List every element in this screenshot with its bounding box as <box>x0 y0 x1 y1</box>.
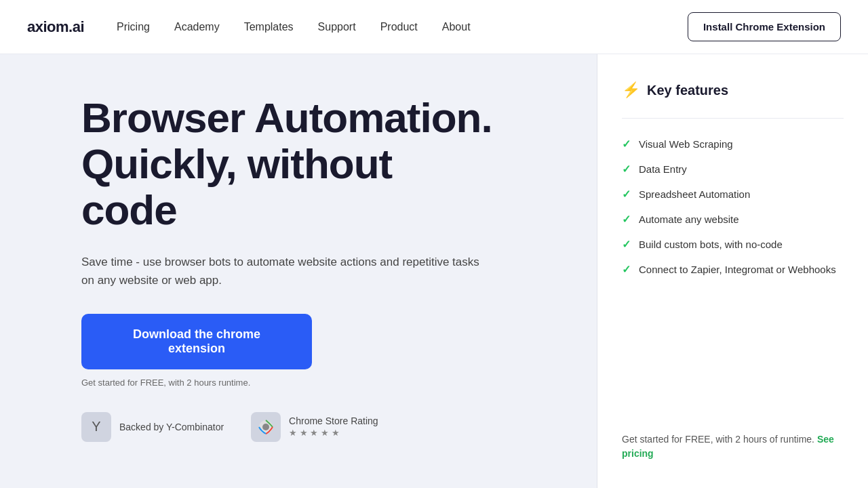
nav-pricing[interactable]: Pricing <box>117 21 150 33</box>
download-extension-button[interactable]: Download the chrome extension <box>81 314 312 369</box>
feature-text-3: Spreadsheet Automation <box>639 188 750 200</box>
feature-item-5: ✓ Build custom bots, with no-code <box>622 238 844 251</box>
feature-text-5: Build custom bots, with no-code <box>639 239 783 250</box>
nav-about[interactable]: About <box>442 21 471 33</box>
check-icon-6: ✓ <box>622 263 631 276</box>
lightning-icon: ⚡ <box>622 81 640 99</box>
ycombinator-badge: Y Backed by Y-Combinator <box>81 412 224 442</box>
hero-title: Browser Automation. Quickly, without cod… <box>81 95 556 234</box>
chrome-icon <box>251 412 281 442</box>
site-logo[interactable]: axiom.ai <box>27 18 84 36</box>
feature-item-2: ✓ Data Entry <box>622 163 844 176</box>
hero-title-line3: code <box>81 186 177 233</box>
feature-item-3: ✓ Spreadsheet Automation <box>622 188 844 201</box>
check-icon-5: ✓ <box>622 238 631 251</box>
nav-academy[interactable]: Academy <box>174 21 220 33</box>
hero-section: Browser Automation. Quickly, without cod… <box>0 54 597 488</box>
chrome-store-label: Chrome Store Rating <box>289 415 378 426</box>
cta-subtext: Get started for FREE, with 2 hours runti… <box>81 378 556 388</box>
feature-text-4: Automate any website <box>639 214 739 225</box>
features-footer: Get started for FREE, with 2 hours of ru… <box>622 432 844 461</box>
feature-item-4: ✓ Automate any website <box>622 213 844 226</box>
hero-subtitle: Save time - use browser bots to automate… <box>81 253 488 289</box>
nav-support[interactable]: Support <box>318 21 356 33</box>
ycombinator-icon: Y <box>81 412 111 442</box>
install-extension-button[interactable]: Install Chrome Extension <box>688 12 841 41</box>
navbar: axiom.ai Pricing Academy Templates Suppo… <box>0 0 868 54</box>
features-header: ⚡ Key features <box>622 81 844 99</box>
badges-section: Y Backed by Y-Combinator Chrome Store Ra… <box>81 412 556 442</box>
chrome-store-badge: Chrome Store Rating ★ ★ ★ ★ ★ <box>251 412 378 442</box>
check-icon-1: ✓ <box>622 138 631 150</box>
hero-title-line2: Quickly, without <box>81 140 392 187</box>
ycombinator-label: Backed by Y-Combinator <box>119 422 224 432</box>
nav-links: Pricing Academy Templates Support Produc… <box>117 21 688 33</box>
features-divider <box>622 118 844 119</box>
nav-product[interactable]: Product <box>380 21 418 33</box>
check-icon-2: ✓ <box>622 163 631 176</box>
feature-item-1: ✓ Visual Web Scraping <box>622 138 844 150</box>
svg-point-1 <box>262 424 269 430</box>
hero-title-line1: Browser Automation. <box>81 94 492 141</box>
feature-text-6: Connect to Zapier, Integromat or Webhook… <box>639 264 836 275</box>
feature-item-6: ✓ Connect to Zapier, Integromat or Webho… <box>622 263 844 276</box>
nav-templates[interactable]: Templates <box>244 21 294 33</box>
feature-text-2: Data Entry <box>639 163 687 175</box>
features-panel: ⚡ Key features ✓ Visual Web Scraping ✓ D… <box>597 54 868 488</box>
features-title: Key features <box>647 83 728 98</box>
feature-text-1: Visual Web Scraping <box>639 138 733 150</box>
features-footer-text: Get started for FREE, with 2 hours of ru… <box>622 434 814 445</box>
main-content: Browser Automation. Quickly, without cod… <box>0 54 868 488</box>
check-icon-3: ✓ <box>622 188 631 201</box>
chrome-store-info: Chrome Store Rating ★ ★ ★ ★ ★ <box>289 415 378 438</box>
check-icon-4: ✓ <box>622 213 631 226</box>
chrome-store-stars: ★ ★ ★ ★ ★ <box>289 428 378 438</box>
